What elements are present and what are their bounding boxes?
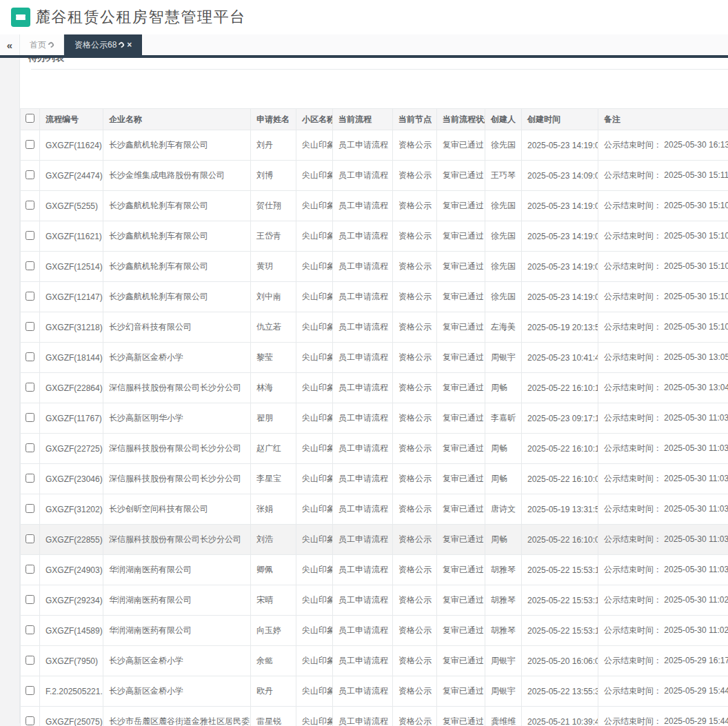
cell-community: 尖山印象 [296,221,333,252]
cell-remark: 公示结束时间： 2025-05-30 11:03:08 [598,525,728,555]
cell-creator: 徐先国 [485,221,522,252]
row-checkbox[interactable] [26,534,34,543]
cell-remark: 公示结束时间： 2025-05-30 15:10:49 [598,221,728,252]
cell-creator: 唐诗文 [485,494,522,525]
table-row[interactable]: GXGZF(14589) 华润湖南医药有限公司 向玉婷 尖山印象 员工申请流程 … [21,616,728,646]
cell-node: 资格公示 [393,221,437,252]
cell-creator: 徐先国 [485,252,522,282]
row-checkbox[interactable] [26,201,34,210]
row-checkbox[interactable] [26,716,34,725]
table-row[interactable]: GXGZF(24474) 长沙金维集成电路股份有限公司 刘博 尖山印象 员工申请… [21,161,728,191]
cell-status: 复审已通过 [437,221,485,252]
cell-applicant: 刘浩 [251,525,296,555]
col-header-creator: 创建人 [485,109,522,130]
cell-status: 复审已通过 [437,646,485,676]
table-row[interactable]: F.2.202505221... 长沙高新区金桥小学 欧丹 尖山印象 员工申请流… [21,676,728,707]
row-checkbox[interactable] [26,322,34,331]
table-row[interactable]: GXGZF(12514) 长沙鑫航机轮刹车有限公司 黄玥 尖山印象 员工申请流程… [21,252,728,282]
cell-node: 资格公示 [393,555,437,585]
cell-company: 长沙金维集成电路股份有限公司 [103,161,251,191]
cell-company: 深信服科技股份有限公司长沙分公司 [103,373,251,403]
cell-applicant: 欧丹 [251,676,296,707]
cell-applicant: 黄玥 [251,252,296,282]
table-row[interactable]: GXGZF(5255) 长沙鑫航机轮刹车有限公司 贺仕翔 尖山印象 员工申请流程… [21,191,728,221]
cell-company: 长沙高新区明华小学 [103,403,251,434]
row-checkbox[interactable] [26,140,34,149]
tab-home[interactable]: 首页 [19,34,64,55]
cell-company: 长沙创昕空间科技有限公司 [103,494,251,525]
table-row[interactable]: GXGZF(22855) 深信服科技股份有限公司长沙分公司 刘浩 尖山印象 员工… [21,525,728,555]
table-row[interactable]: GXGZF(31202) 长沙创昕空间科技有限公司 张娟 尖山印象 员工申请流程… [21,494,728,525]
select-all-checkbox[interactable] [26,114,34,123]
row-checkbox[interactable] [26,292,34,301]
row-checkbox[interactable] [26,595,34,604]
app-header: 麓谷租赁公租房智慧管理平台 [0,0,728,34]
close-tab-icon[interactable]: × [127,41,132,49]
collapse-tabs-button[interactable]: « [0,34,19,55]
cell-creator: 周畅 [485,525,522,555]
row-checkbox[interactable] [26,261,34,270]
row-checkbox[interactable] [26,565,34,574]
cell-process: 员工申请流程 [333,434,393,464]
table-row[interactable]: GXGZF(29234) 华润湖南医药有限公司 宋晴 尖山印象 员工申请流程 资… [21,585,728,616]
cell-community: 尖山印象 [296,494,333,525]
content-panel: 待办列表 流程编号 企业名称 申请姓名 小区名称 当前流程 当前节点 当前流程状… [19,58,728,723]
cell-community: 尖山印象 [296,676,333,707]
table-row[interactable]: GXGZF(24903) 华润湖南医药有限公司 卿佩 尖山印象 员工申请流程 资… [21,555,728,585]
cell-status: 复审已通过 [437,161,485,191]
refresh-icon[interactable] [47,41,54,48]
row-checkbox[interactable] [26,474,34,483]
table-row[interactable]: GXGZF(7950) 长沙高新区金桥小学 余懿 尖山印象 员工申请流程 资格公… [21,646,728,676]
cell-process: 员工申请流程 [333,525,393,555]
table-row[interactable]: GXGZF(11621) 长沙鑫航机轮刹车有限公司 王岱青 尖山印象 员工申请流… [21,221,728,252]
table-row[interactable]: GXGZF(31218) 长沙幻音科技有限公司 仇立若 尖山印象 员工申请流程 … [21,312,728,343]
table-row[interactable]: GXGZF(22864) 深信服科技股份有限公司长沙分公司 林海 尖山印象 员工… [21,373,728,403]
cell-node: 资格公示 [393,646,437,676]
cell-community: 尖山印象 [296,403,333,434]
row-checkbox[interactable] [26,686,34,695]
table-row[interactable]: GXGZF(18144) 长沙高新区金桥小学 黎莹 尖山印象 员工申请流程 资格… [21,343,728,373]
row-checkbox[interactable] [26,656,34,665]
row-checkbox[interactable] [26,443,34,452]
cell-process-id: GXGZF(29234) [40,585,103,616]
row-checkbox[interactable] [26,231,34,240]
cell-company: 长沙鑫航机轮刹车有限公司 [103,221,251,252]
cell-remark: 公示结束时间： 2025-05-29 15:44:37 [598,707,728,726]
cell-node: 资格公示 [393,282,437,312]
row-checkbox[interactable] [26,625,34,634]
table-row[interactable]: GXGZF(22725) 深信服科技股份有限公司长沙分公司 赵广红 尖山印象 员… [21,434,728,464]
table-row[interactable]: GXGZF(11624) 长沙鑫航机轮刹车有限公司 刘丹 尖山印象 员工申请流程… [21,130,728,161]
cell-community: 尖山印象 [296,161,333,191]
col-header-remark: 备注 [598,109,728,130]
table-row[interactable]: GXGZF(25075) 长沙市岳麓区麓谷街道金雅社区居民委员会 雷星锐 尖山印… [21,707,728,726]
cell-node: 资格公示 [393,403,437,434]
cell-creator: 徐先国 [485,191,522,221]
cell-node: 资格公示 [393,252,437,282]
cell-node: 资格公示 [393,616,437,646]
cell-created-time: 2025-05-19 20:13:53 [522,312,598,343]
cell-applicant: 王岱青 [251,221,296,252]
tab-qualification-publicity[interactable]: 资格公示68 × [64,34,142,55]
cell-node: 资格公示 [393,494,437,525]
cell-creator: 周银宇 [485,646,522,676]
row-checkbox[interactable] [26,383,34,392]
table-row[interactable]: GXGZF(12147) 长沙鑫航机轮刹车有限公司 刘中南 尖山印象 员工申请流… [21,282,728,312]
row-checkbox[interactable] [26,504,34,513]
cell-creator: 周银宇 [485,676,522,707]
table-row[interactable]: GXGZF(23046) 深信服科技股份有限公司长沙分公司 李星宝 尖山印象 员… [21,464,728,494]
cell-process-id: GXGZF(24903) [40,555,103,585]
cell-applicant: 翟朋 [251,403,296,434]
cell-applicant: 刘中南 [251,282,296,312]
row-checkbox[interactable] [26,170,34,179]
table-row[interactable]: GXGZF(11767) 长沙高新区明华小学 翟朋 尖山印象 员工申请流程 资格… [21,403,728,434]
cell-created-time: 2025-05-22 15:53:19 [522,555,598,585]
cell-node: 资格公示 [393,312,437,343]
row-checkbox[interactable] [26,352,34,361]
hamburger-menu-button[interactable] [11,8,30,27]
cell-status: 复审已通过 [437,343,485,373]
row-checkbox[interactable] [26,413,34,422]
refresh-icon[interactable] [118,41,125,48]
cell-node: 资格公示 [393,130,437,161]
section-heading: 待办列表 [28,58,728,63]
cell-community: 尖山印象 [296,343,333,373]
